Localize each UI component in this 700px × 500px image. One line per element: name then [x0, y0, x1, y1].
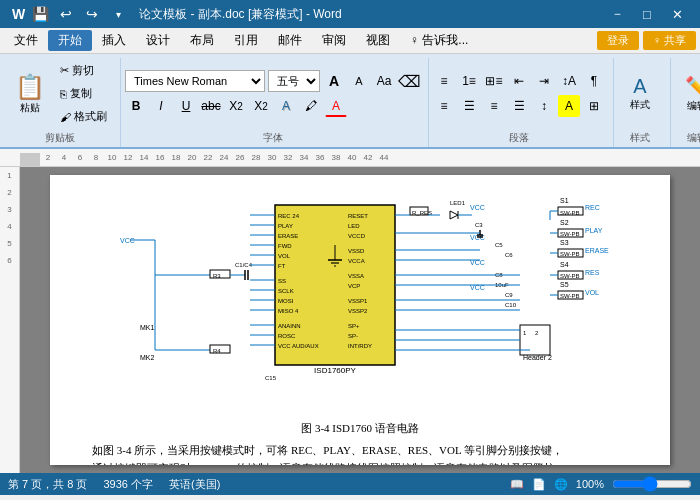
italic-btn[interactable]: I: [150, 95, 172, 117]
svg-text:C3: C3: [475, 222, 483, 228]
paragraph-group: ≡ 1≡ ⊞≡ ⇤ ⇥ ↕A ¶ ≡ ☰ ≡ ☰ ↕ A: [429, 58, 614, 147]
styles-group: A 样式 样式: [614, 58, 671, 147]
menu-view[interactable]: 视图: [356, 30, 400, 51]
svg-text:S5: S5: [560, 281, 569, 288]
minimize-btn[interactable]: －: [602, 0, 632, 28]
svg-text:PLAY: PLAY: [278, 223, 293, 229]
redo-btn[interactable]: ↪: [81, 3, 103, 25]
login-btn[interactable]: 登录: [597, 31, 639, 50]
bullets-btn[interactable]: ≡: [433, 70, 455, 92]
strikethrough-btn[interactable]: abc: [200, 95, 222, 117]
multilevel-btn[interactable]: ⊞≡: [483, 70, 505, 92]
styles-label: 样式: [630, 131, 650, 147]
zoom-slider[interactable]: [612, 476, 692, 492]
format-painter-btn[interactable]: 🖌 格式刷: [55, 106, 112, 127]
share-btn[interactable]: ♀ 共享: [643, 31, 696, 50]
svg-text:SCLK: SCLK: [278, 288, 294, 294]
status-left: 第 7 页，共 8 页 3936 个字 英语(美国): [8, 477, 220, 492]
menu-help[interactable]: ♀ 告诉我...: [400, 30, 478, 51]
grow-font-btn[interactable]: A: [323, 70, 345, 92]
dropdown-btn[interactable]: ▾: [107, 3, 129, 25]
font-color-btn[interactable]: A: [325, 95, 347, 117]
circuit-svg: ISD1760PY REC 24 PLAY ERASE FWD VOL FT S…: [80, 185, 640, 415]
svg-text:VSSP1: VSSP1: [348, 298, 368, 304]
svg-text:INT/RDY: INT/RDY: [348, 343, 372, 349]
sort-btn[interactable]: ↕A: [558, 70, 580, 92]
shading-btn[interactable]: A: [558, 95, 580, 117]
svg-text:S2: S2: [560, 219, 569, 226]
show-marks-btn[interactable]: ¶: [583, 70, 605, 92]
page-area: ISD1760PY REC 24 PLAY ERASE FWD VOL FT S…: [20, 167, 700, 473]
maximize-btn[interactable]: □: [632, 0, 662, 28]
body-text-1: 如图 3-4 所示，当采用按键模式时，可将 REC、PLAY、ERASE、RES…: [70, 442, 650, 460]
edit-btn[interactable]: ✏️ 编辑: [675, 66, 700, 122]
font-content: Times New Roman 五号 小四 四号 A A Aa ⌫ B: [125, 58, 420, 129]
align-center-btn[interactable]: ☰: [458, 95, 480, 117]
align-right-btn[interactable]: ≡: [483, 95, 505, 117]
svg-rect-0: [275, 205, 395, 365]
view-mode-web[interactable]: 🌐: [554, 478, 568, 491]
copy-btn[interactable]: ⎘ 复制: [55, 83, 112, 104]
align-left-btn[interactable]: ≡: [433, 95, 455, 117]
clipboard-group: 📋 粘贴 ✂ 剪切 ⎘ 复制 🖌 格式刷: [4, 58, 121, 147]
text-effect-btn[interactable]: A: [275, 95, 297, 117]
title-left: W 💾 ↩ ↪ ▾ 论文模板 - 副本.doc [兼容模式] - Word: [8, 3, 342, 25]
menu-file[interactable]: 文件: [4, 30, 48, 51]
svg-text:REC 24: REC 24: [278, 213, 300, 219]
svg-text:S4: S4: [560, 261, 569, 268]
shrink-font-btn[interactable]: A: [348, 70, 370, 92]
bold-btn[interactable]: B: [125, 95, 147, 117]
font-name-select[interactable]: Times New Roman: [125, 70, 265, 92]
menu-layout[interactable]: 布局: [180, 30, 224, 51]
menu-bar: 文件 开始 插入 设计 布局 引用 邮件 审阅 视图 ♀ 告诉我... 登录 ♀…: [0, 28, 700, 54]
menu-insert[interactable]: 插入: [92, 30, 136, 51]
cut-btn[interactable]: ✂ 剪切: [55, 60, 112, 81]
subscript-btn[interactable]: X2: [225, 95, 247, 117]
svg-text:VCCA: VCCA: [348, 258, 365, 264]
clipboard-content: 📋 粘贴 ✂ 剪切 ⎘ 复制 🖌 格式刷: [8, 58, 112, 129]
menu-design[interactable]: 设计: [136, 30, 180, 51]
window-controls: － □ ✕: [602, 0, 692, 28]
paste-label: 粘贴: [20, 101, 40, 115]
save-btn[interactable]: 💾: [29, 3, 51, 25]
undo-btn[interactable]: ↩: [55, 3, 77, 25]
font-size-select[interactable]: 五号 小四 四号: [268, 70, 320, 92]
decrease-indent-btn[interactable]: ⇤: [508, 70, 530, 92]
svg-text:FT: FT: [278, 263, 286, 269]
paste-btn[interactable]: 📋 粘贴: [8, 66, 52, 122]
svg-text:MK2: MK2: [140, 354, 155, 361]
superscript-btn[interactable]: X2: [250, 95, 272, 117]
view-mode-read[interactable]: 📖: [510, 478, 524, 491]
menu-review[interactable]: 审阅: [312, 30, 356, 51]
status-right: 📖 📄 🌐 100%: [510, 476, 692, 492]
numbering-btn[interactable]: 1≡: [458, 70, 480, 92]
svg-text:SW-PB: SW-PB: [560, 273, 580, 279]
svg-text:S1: S1: [560, 197, 569, 204]
edit-label: 编辑: [687, 131, 700, 147]
underline-btn[interactable]: U: [175, 95, 197, 117]
increase-indent-btn[interactable]: ⇥: [533, 70, 555, 92]
svg-text:R3: R3: [213, 273, 221, 279]
justify-btn[interactable]: ☰: [508, 95, 530, 117]
borders-btn[interactable]: ⊞: [583, 95, 605, 117]
menu-references[interactable]: 引用: [224, 30, 268, 51]
svg-text:ANAINN: ANAINN: [278, 323, 301, 329]
close-btn[interactable]: ✕: [662, 0, 692, 28]
svg-text:MOSI: MOSI: [278, 298, 294, 304]
menu-mailings[interactable]: 邮件: [268, 30, 312, 51]
svg-text:R4: R4: [213, 348, 221, 354]
quick-access-toolbar: W 💾 ↩ ↪ ▾: [8, 3, 133, 25]
svg-text:VCP: VCP: [348, 283, 360, 289]
clear-format-btn[interactable]: ⌫: [398, 70, 420, 92]
text-highlight-btn[interactable]: 🖍: [300, 95, 322, 117]
view-mode-print[interactable]: 📄: [532, 478, 546, 491]
cut-icon: ✂: [60, 64, 69, 77]
menu-home[interactable]: 开始: [48, 30, 92, 51]
styles-btn[interactable]: A 样式: [618, 66, 662, 122]
svg-text:SP-: SP-: [348, 333, 358, 339]
svg-text:VOL: VOL: [278, 253, 291, 259]
line-spacing-btn[interactable]: ↕: [533, 95, 555, 117]
svg-text:LED: LED: [348, 223, 360, 229]
circuit-diagram-area: ISD1760PY REC 24 PLAY ERASE FWD VOL FT S…: [70, 185, 650, 415]
change-case-btn[interactable]: Aa: [373, 70, 395, 92]
